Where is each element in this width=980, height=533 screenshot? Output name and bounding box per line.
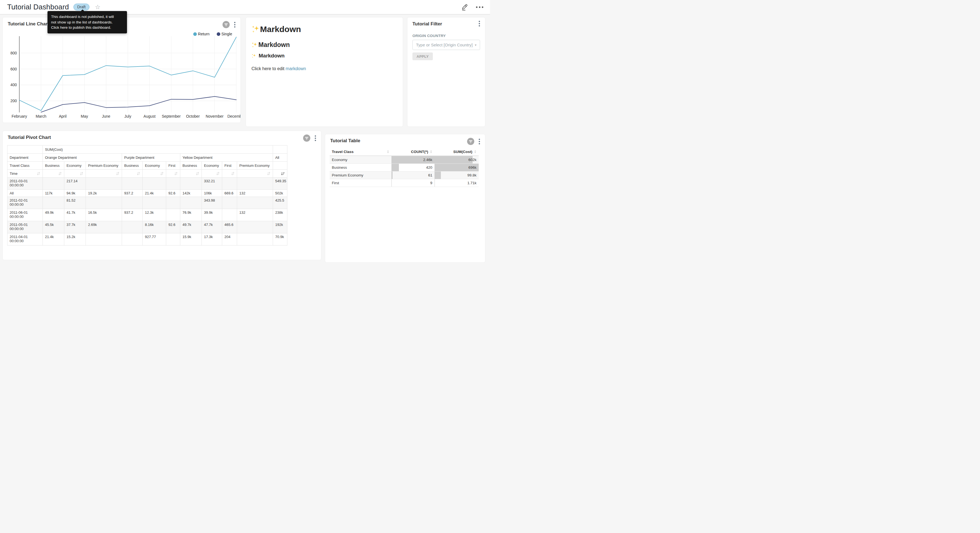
origin-country-select[interactable]: Type or Select [Origin Country] ▾ (412, 40, 480, 50)
markdown-h1-text: Markdown (260, 25, 301, 34)
ellipsis-icon[interactable] (476, 6, 484, 8)
sort-icon[interactable] (80, 172, 83, 176)
tooltip-line: This dashboard is not published, it will (51, 14, 123, 20)
pivot-cell: 70.9k (273, 233, 287, 246)
column-header-travel-class[interactable]: Travel Class (329, 148, 391, 156)
x-axis-label: October (186, 114, 200, 118)
sort-icon[interactable] (231, 172, 235, 176)
pivot-cell: 502k (273, 190, 287, 197)
pivot-header-cell: Department (8, 153, 43, 161)
filter-indicator-icon[interactable] (303, 134, 310, 142)
sort-icon[interactable] (137, 172, 140, 176)
table-row: Economy2.46k602k (329, 156, 479, 163)
panel-title: Tutorial Filter (412, 21, 442, 27)
pivot-metric-header: SUM(Cost) (43, 145, 273, 153)
pivot-header-cell: Business (122, 161, 143, 169)
apply-button[interactable]: APPLY (412, 53, 433, 60)
pivot-header-cell: First (222, 161, 237, 169)
pivot-group-header: Orange Department (43, 153, 122, 161)
pivot-cell (43, 197, 64, 209)
pivot-row-label: All (8, 190, 43, 197)
kebab-menu-icon[interactable] (479, 21, 480, 27)
cell-travel-class: First (329, 179, 391, 187)
kebab-menu-icon[interactable] (315, 135, 316, 141)
pivot-row-label: 2011-04-0100:00:00 (8, 233, 43, 246)
sort-icon[interactable] (58, 172, 62, 176)
pivot-cell: 45.5k (43, 221, 64, 233)
pivot-cell: 465.6 (222, 221, 237, 233)
legend-item-single[interactable]: Single (217, 32, 232, 36)
pivot-row: 2011-04-0100:00:0021.4k15.2k927.7715.9k1… (8, 233, 287, 246)
pivot-cell: 49.7k (180, 221, 202, 233)
pivot-cell: 192k (273, 221, 287, 233)
pivot-sort-cell (180, 169, 202, 177)
pivot-cell: 16.5k (86, 209, 122, 221)
table-row: Business420696k (329, 163, 479, 171)
panel-title: Tutorial Pivot Chart (8, 135, 51, 140)
pivot-header-cell (273, 161, 287, 169)
panel-title: Tutorial Table (330, 138, 360, 144)
panel-tutorial-filter: Tutorial Filter ORIGIN COUNTRY Type or S… (407, 17, 485, 127)
cell-sum-cost: 1.71k (434, 179, 479, 187)
markdown-paragraph-text: Click here to edit (251, 66, 286, 71)
pivot-header-cell: Economy (64, 161, 86, 169)
pivot-cell: 106k (202, 190, 222, 197)
kebab-menu-icon[interactable] (479, 139, 480, 144)
pivot-cell (86, 197, 122, 209)
cell-travel-class: Premium Economy (329, 171, 391, 179)
sort-caret-icon[interactable] (474, 150, 476, 153)
x-axis-label: November (206, 114, 224, 118)
column-header-count[interactable]: COUNT(*) (391, 148, 434, 156)
edit-pencil-icon[interactable] (461, 3, 468, 11)
pivot-cell: 332.21 (202, 177, 222, 190)
pivot-cell (166, 197, 180, 209)
pivot-header-cell: Business (43, 161, 64, 169)
pivot-corner-cell (8, 145, 43, 153)
sort-caret-icon[interactable] (387, 150, 389, 153)
pivot-cell: 47.7k (202, 221, 222, 233)
value-bar (391, 171, 393, 179)
filter-indicator-icon[interactable] (467, 137, 474, 145)
sort-icon[interactable] (174, 172, 178, 176)
sort-icon[interactable] (37, 172, 40, 176)
pivot-cell: 549.35 (273, 177, 287, 190)
sort-icon[interactable] (216, 172, 220, 176)
pivot-table-container: SUM(Cost)DepartmentOrange DepartmentPurp… (3, 142, 321, 246)
table-row: First91.71k (329, 179, 479, 187)
chart-legend: ReturnSingle (193, 32, 232, 36)
star-icon[interactable]: ☆ (95, 4, 100, 10)
pivot-group-header: Purple Department (122, 153, 180, 161)
pivot-cell (86, 233, 122, 246)
cell-sum-cost: 602k (434, 156, 479, 163)
pivot-cell: 2.69k (86, 221, 122, 233)
pivot-cell: 132 (237, 190, 273, 197)
cell-travel-class: Economy (329, 156, 391, 163)
pivot-cell: 8.16k (143, 221, 166, 233)
pivot-row-label: 2011-06-0100:00:00 (8, 209, 43, 221)
markdown-edit-link[interactable]: markdown (286, 66, 306, 71)
sort-caret-icon[interactable] (430, 150, 432, 153)
publish-tooltip: This dashboard is not published, it will… (48, 11, 127, 34)
pivot-cell: 669.6 (222, 190, 237, 197)
legend-item-return[interactable]: Return (193, 32, 210, 36)
sort-icon[interactable] (196, 172, 199, 176)
pivot-row-label: 2011-02-0100:00:00 (8, 197, 43, 209)
pivot-sort-cell (237, 169, 273, 177)
pivot-cell (180, 177, 202, 190)
sort-desc-icon[interactable] (281, 172, 285, 176)
chevron-down-icon: ▾ (473, 43, 476, 47)
pivot-cell: 15.9k (180, 233, 202, 246)
sort-icon[interactable] (160, 172, 164, 176)
pivot-cell: 217.14 (64, 177, 86, 190)
sort-icon[interactable] (267, 172, 270, 176)
pivot-cell: 12.3k (143, 209, 166, 221)
pivot-group-header: All (273, 153, 287, 161)
x-axis-label: July (124, 114, 131, 118)
data-table-container: Travel ClassCOUNT(*)SUM(Cost)Economy2.46… (325, 145, 485, 187)
cell-count: 2.46k (391, 156, 434, 163)
pivot-cell: 41.7k (64, 209, 86, 221)
column-header-sum-cost[interactable]: SUM(Cost) (434, 148, 479, 156)
pivot-cell: 92.6 (166, 221, 180, 233)
pivot-sort-cell (273, 169, 287, 177)
sort-icon[interactable] (116, 172, 119, 176)
